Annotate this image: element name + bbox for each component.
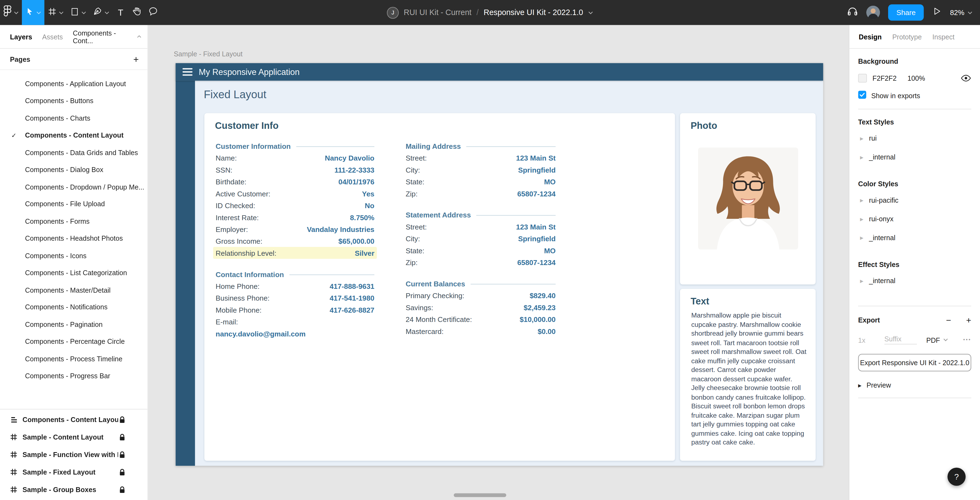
disclosure-triangle-icon[interactable]: ▶ — [860, 236, 863, 240]
canvas-horizontal-scrollbar[interactable] — [453, 493, 506, 497]
project-name[interactable]: RUI UI Kit - Current — [404, 8, 472, 17]
page-item[interactable]: Components - Dropdown / Popup Me... — [0, 178, 147, 195]
color-swatch[interactable] — [858, 74, 867, 83]
user-avatar[interactable] — [867, 6, 880, 19]
help-button[interactable]: ? — [947, 468, 966, 486]
tab-layers[interactable]: Layers — [10, 33, 32, 40]
info-section: Contact InformationHome Phone:417-888-96… — [216, 269, 375, 339]
export-preview-toggle[interactable]: ▶ Preview — [858, 381, 971, 389]
export-scale-select[interactable]: 1x — [858, 336, 884, 344]
page-item[interactable]: Components - Notifications — [0, 298, 147, 316]
frame-label[interactable]: Sample - Fixed Layout — [173, 50, 243, 57]
zoom-level-control[interactable]: 82% — [950, 9, 972, 16]
field-row: Zip:65807-1234 — [406, 188, 555, 199]
field-row: City:Springfield — [406, 232, 555, 244]
tab-assets[interactable]: Assets — [42, 33, 63, 40]
section-rule — [290, 274, 374, 275]
layer-item[interactable]: Sample - Function View with B... — [0, 446, 147, 463]
lock-icon[interactable] — [118, 416, 126, 424]
field-label: Home Phone: — [216, 282, 260, 290]
page-item[interactable]: Components - Buttons — [0, 92, 147, 110]
layer-item[interactable]: Components - Content Layout — [0, 411, 147, 428]
disclosure-triangle-icon[interactable]: ▶ — [860, 198, 863, 202]
page-item[interactable]: Components - Dialog Box — [0, 161, 147, 178]
section-rule — [296, 146, 374, 146]
page-item[interactable]: Components - Master/Detail — [0, 282, 147, 299]
page-item[interactable]: Components - Icons — [0, 247, 147, 264]
breadcrumb-separator: / — [477, 8, 479, 17]
style-item[interactable]: ▶_internal — [860, 147, 971, 166]
style-item[interactable]: ▶_internal — [860, 228, 971, 247]
pen-tool-button[interactable] — [89, 0, 113, 25]
main-menu-button[interactable] — [0, 0, 22, 25]
disclosure-triangle-icon[interactable]: ▶ — [860, 279, 863, 283]
layer-item[interactable]: Sample - Fixed Layout — [0, 463, 147, 481]
frame-tool-button[interactable] — [44, 0, 67, 25]
layer-item[interactable]: Sample - Group Boxes — [0, 481, 147, 498]
text-tool-button[interactable]: T — [112, 0, 129, 25]
add-page-button[interactable]: + — [133, 54, 138, 65]
checkbox-checked-icon[interactable] — [858, 91, 866, 100]
field-value: Silver — [355, 249, 375, 256]
page-item[interactable]: Components - Headshot Photos — [0, 230, 147, 247]
remove-export-button[interactable]: − — [946, 315, 951, 325]
move-cursor-icon — [25, 6, 34, 18]
page-item[interactable]: Components - List Categorization — [0, 264, 147, 282]
tab-design[interactable]: Design — [859, 33, 882, 40]
comment-tool-button[interactable] — [145, 0, 161, 25]
export-file-button[interactable]: Export Responsive UI Kit - 2022.1.0 — [858, 354, 971, 371]
share-button[interactable]: Share — [888, 5, 924, 21]
style-item[interactable]: ▶_internal — [860, 271, 971, 290]
chevron-down-icon — [37, 11, 41, 14]
page-item[interactable]: Components - Data Grids and Tables — [0, 144, 147, 161]
tab-prototype[interactable]: Prototype — [892, 33, 922, 40]
page-item[interactable]: Components - Percentage Circle — [0, 333, 147, 350]
field-label: Birthdate: — [216, 178, 247, 185]
layer-item[interactable]: Sample - Dashboard — [0, 498, 147, 500]
export-format-value: PDF — [926, 336, 940, 344]
customer-left-column: Customer InformationName:Nancy DavolioSS… — [216, 140, 375, 339]
layer-item[interactable]: Sample - Content Layout — [0, 428, 147, 446]
page-item[interactable]: Components - Forms — [0, 213, 147, 230]
disclosure-triangle-icon[interactable]: ▶ — [860, 217, 863, 221]
page-item[interactable]: Components - Pagination — [0, 316, 147, 333]
style-item[interactable]: ▶rui-onyx — [860, 210, 971, 228]
breadcrumb[interactable]: J RUI UI Kit - Current / Responsive UI K… — [387, 0, 593, 25]
background-hex-value[interactable]: F2F2F2 — [873, 75, 908, 82]
page-item[interactable]: Components - Progress Bar — [0, 367, 147, 385]
export-format-select[interactable]: PDF — [926, 336, 948, 344]
shape-tool-button[interactable] — [67, 0, 89, 25]
file-name[interactable]: Responsive UI Kit - 2022.1.0 — [484, 8, 583, 17]
page-item[interactable]: Components - Charts — [0, 110, 147, 127]
lock-icon[interactable] — [118, 451, 126, 459]
page-item[interactable]: Components - Process Timeline — [0, 350, 147, 367]
style-item[interactable]: ▶rui — [860, 129, 971, 148]
tab-inspect[interactable]: Inspect — [932, 33, 955, 40]
hand-tool-button[interactable] — [129, 0, 145, 25]
design-frame-sample-fixed-layout[interactable]: My Responsive Application Fixed Layout C… — [175, 63, 823, 466]
component-page-tab[interactable]: Components - Cont... — [73, 29, 141, 44]
background-opacity-value[interactable]: 100% — [908, 75, 925, 82]
app-title: My Responsive Application — [199, 67, 300, 76]
design-canvas[interactable]: Sample - Fixed Layout My Responsive Appl… — [149, 25, 849, 500]
export-suffix-input[interactable]: Suffix — [884, 335, 917, 344]
add-export-button[interactable]: + — [966, 315, 971, 325]
style-item[interactable]: ▶rui-pacific — [860, 191, 971, 210]
move-tool-button[interactable] — [22, 0, 44, 25]
chevron-down-icon[interactable] — [588, 11, 593, 14]
page-item[interactable]: Components - File Upload — [0, 195, 147, 213]
lock-icon[interactable] — [118, 433, 126, 441]
lock-icon[interactable] — [118, 486, 126, 494]
disclosure-triangle-icon[interactable]: ▶ — [860, 136, 863, 140]
page-item[interactable]: Components - Application Layout — [0, 75, 147, 92]
section-header: Customer Information — [216, 140, 375, 152]
page-item[interactable]: ✓Components - Content Layout — [0, 127, 147, 144]
hand-tool-icon — [132, 6, 142, 19]
lock-icon[interactable] — [118, 468, 126, 476]
export-settings-button[interactable]: ••• — [963, 337, 972, 343]
audio-call-icon[interactable] — [847, 6, 858, 19]
layers-list: Components - Content LayoutSample - Cont… — [0, 409, 147, 500]
present-button[interactable] — [932, 6, 942, 19]
disclosure-triangle-icon[interactable]: ▶ — [860, 155, 863, 159]
eye-icon[interactable] — [961, 75, 971, 82]
